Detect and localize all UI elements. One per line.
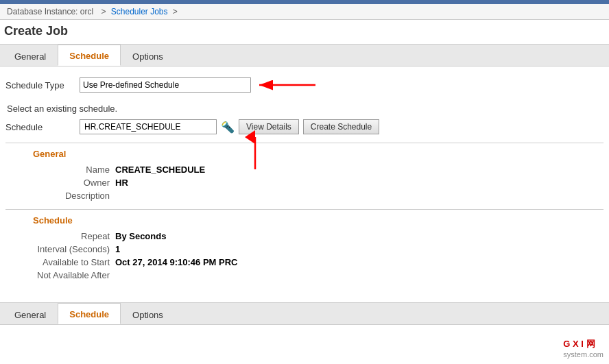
bottom-tabs-bar: General Schedule Options [0, 302, 609, 325]
detail-row-repeat: Repeat By Seconds [5, 231, 604, 241]
schedule-type-select[interactable]: Use Pre-defined Schedule Use Inline Sche… [80, 77, 251, 93]
db-instance-label: Database Instance: orcl [7, 7, 93, 16]
tab-schedule-bottom[interactable]: Schedule [58, 303, 121, 324]
tab-options-bottom[interactable]: Options [121, 305, 175, 324]
flashlight-icon[interactable]: 🔦 [221, 121, 235, 134]
view-details-button[interactable]: View Details [239, 119, 299, 134]
tab-options-top[interactable]: Options [121, 47, 175, 66]
tab-general-top[interactable]: General [3, 47, 58, 66]
detail-row-owner: Owner HR [5, 178, 604, 188]
top-tabs-bar: General Schedule Options [0, 44, 609, 66]
detail-key-not-available: Not Available After [5, 270, 115, 280]
detail-key-name: Name [5, 165, 115, 175]
scheduler-jobs-link[interactable]: Scheduler Jobs [111, 7, 168, 16]
schedule-label: Schedule [5, 122, 74, 132]
detail-key-available-start: Available to Start [5, 257, 115, 267]
detail-key-owner: Owner [5, 178, 115, 188]
breadcrumb-sep2: > [173, 7, 178, 16]
detail-key-description: Description [5, 191, 115, 201]
detail-row-name: Name CREATE_SCHEDULE [5, 165, 604, 175]
page-title: Create Job [0, 20, 609, 44]
select-existing-label: Select an existing schedule. [7, 104, 117, 114]
tab-schedule-top[interactable]: Schedule [58, 45, 121, 66]
general-section: General Name CREATE_SCHEDULE Owner HR De… [5, 143, 604, 201]
breadcrumb: Database Instance: orcl > Scheduler Jobs… [0, 4, 609, 20]
schedule-field-row: Schedule 🔦 View Details Create Schedule [5, 119, 604, 134]
create-schedule-button[interactable]: Create Schedule [303, 119, 379, 134]
schedule-type-row: Schedule Type Use Pre-defined Schedule U… [5, 75, 604, 95]
schedule-type-select-wrapper: Use Pre-defined Schedule Use Inline Sche… [80, 77, 251, 93]
schedule-section-title: Schedule [5, 215, 604, 226]
detail-row-not-available: Not Available After [5, 270, 604, 280]
detail-key-interval: Interval (Seconds) [5, 244, 115, 254]
detail-value-available-start: Oct 27, 2014 9:10:46 PM PRC [115, 257, 237, 267]
detail-value-name: CREATE_SCHEDULE [115, 165, 205, 175]
detail-key-repeat: Repeat [5, 231, 115, 241]
select-existing-text: Select an existing schedule. [5, 104, 604, 114]
detail-row-description: Description [5, 191, 604, 201]
schedule-input[interactable] [80, 119, 217, 134]
detail-row-available-start: Available to Start Oct 27, 2014 9:10:46 … [5, 257, 604, 267]
content-area: Schedule Type Use Pre-defined Schedule U… [0, 66, 609, 291]
detail-value-owner: HR [115, 178, 128, 188]
tab-general-bottom[interactable]: General [3, 305, 58, 324]
schedule-type-label: Schedule Type [5, 80, 74, 90]
detail-value-repeat: By Seconds [115, 231, 166, 241]
red-arrow-right-annotation [254, 75, 322, 95]
detail-row-interval: Interval (Seconds) 1 [5, 244, 604, 254]
general-section-title: General [5, 149, 604, 159]
breadcrumb-sep1: > [101, 7, 106, 16]
detail-value-interval: 1 [115, 244, 120, 254]
schedule-section: Schedule Repeat By Seconds Interval (Sec… [5, 209, 604, 280]
